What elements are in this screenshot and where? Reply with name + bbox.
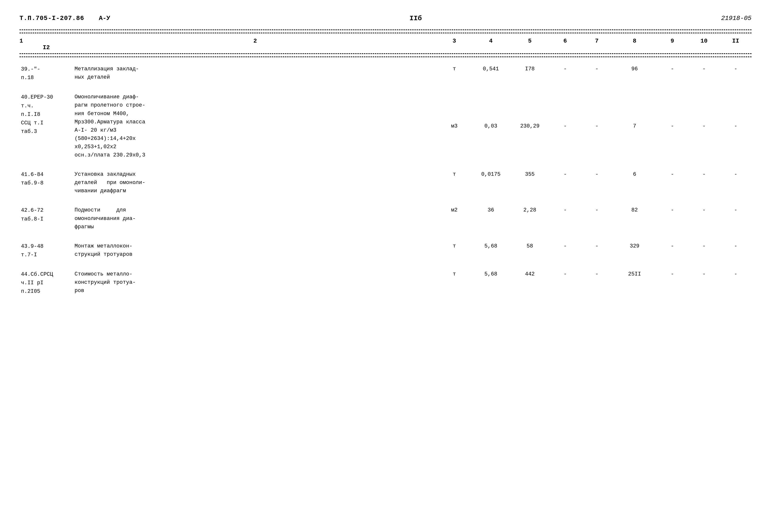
col7-44: - — [549, 270, 581, 278]
ref-40: 40.ЕРЕР-30 т.ч. п.I.I8 ССЦ т.I таб.3 — [19, 93, 73, 136]
col10-43: - — [657, 242, 688, 250]
col12-41: - — [720, 170, 752, 178]
col6-43: 58 — [510, 242, 549, 250]
unit-41: т — [437, 170, 471, 178]
col11-41: - — [688, 170, 720, 178]
col6-39: I78 — [510, 65, 549, 73]
col5-43: 5,68 — [471, 242, 510, 250]
desc-43: Монтаж металлокон-струкций тротуаров — [73, 242, 437, 259]
col11-43: - — [688, 242, 720, 250]
unit-44: т — [437, 270, 471, 278]
col9-39: 96 — [613, 65, 657, 73]
col5-42: 36 — [471, 206, 510, 214]
ref-42: 42.6-72 таб.8-I — [19, 206, 73, 223]
table-body: 39.-"- п.18 Металлизация заклад-ных дета… — [19, 60, 752, 302]
col5-41: 0,0175 — [471, 170, 510, 178]
table-row: 40.ЕРЕР-30 т.ч. п.I.I8 ССЦ т.I таб.3 Омо… — [19, 88, 752, 165]
col5-39: 0,541 — [471, 65, 510, 73]
desc-39: Металлизация заклад-ных деталей — [73, 65, 437, 82]
col11-40: - — [688, 93, 720, 130]
col10-39: - — [657, 65, 688, 73]
col11-42: - — [688, 206, 720, 214]
ref-44: 44.Сб.СРСЦ ч.II рI п.2I05 — [19, 270, 73, 296]
col9-43: 329 — [613, 242, 657, 250]
col12-39: - — [720, 65, 752, 73]
unit-40: м3 — [437, 93, 471, 130]
header-center: IIб — [409, 15, 422, 22]
document-subtitle: А-У — [99, 15, 110, 22]
col8-39: - — [581, 65, 613, 73]
col-header-1: 1 — [19, 38, 73, 44]
col9-40: 7 — [613, 93, 657, 130]
header-left: Т.П.705-I-207.86 А-У — [19, 15, 110, 22]
ref-39: 39.-"- п.18 — [19, 65, 73, 82]
col-header-10: 10 — [688, 38, 720, 44]
ref-41: 41.6-84 таб.9-8 — [19, 170, 73, 187]
col8-40: - — [581, 93, 613, 130]
col7-43: - — [549, 242, 581, 250]
col5-40: 0,03 — [471, 93, 510, 130]
desc-44: Стоимость металло-конструкций тротуа-ров — [73, 270, 437, 295]
col10-40: - — [657, 93, 688, 130]
table-row: 44.Сб.СРСЦ ч.II рI п.2I05 Стоимость мета… — [19, 265, 752, 302]
header-bottom-divider — [19, 56, 752, 57]
column-headers: 1 2 3 4 5 6 7 8 9 10 II I2 — [19, 33, 752, 54]
col8-44: - — [581, 270, 613, 278]
col8-42: - — [581, 206, 613, 214]
col6-44: 442 — [510, 270, 549, 278]
unit-43: т — [437, 242, 471, 250]
col7-39: - — [549, 65, 581, 73]
col6-42: 2,28 — [510, 206, 549, 214]
col10-44: - — [657, 270, 688, 278]
col8-41: - — [581, 170, 613, 178]
col11-44: - — [688, 270, 720, 278]
col8-43: - — [581, 242, 613, 250]
col5-44: 5,68 — [471, 270, 510, 278]
col12-44: - — [720, 270, 752, 278]
col7-42: - — [549, 206, 581, 214]
unit-42: м2 — [437, 206, 471, 214]
col-header-2: 2 — [73, 38, 437, 44]
col9-41: 6 — [613, 170, 657, 178]
table-row: 43.9-48 т.7-I Монтаж металлокон-струкций… — [19, 237, 752, 265]
col11-39: - — [688, 65, 720, 73]
header-right: 21918-05 — [721, 15, 752, 22]
col-header-8: 8 — [613, 38, 657, 44]
col10-42: - — [657, 206, 688, 214]
col6-41: 355 — [510, 170, 549, 178]
col7-41: - — [549, 170, 581, 178]
page-header: Т.П.705-I-207.86 А-У IIб 21918-05 — [19, 15, 752, 22]
col12-42: - — [720, 206, 752, 214]
table-row: 39.-"- п.18 Металлизация заклад-ных дета… — [19, 60, 752, 88]
col9-44: 25II — [613, 270, 657, 278]
desc-42: Подмости дляомоноличивания диа-фрагмы — [73, 206, 437, 231]
col-header-4: 4 — [471, 38, 510, 44]
table-row: 41.6-84 таб.9-8 Установка закладныхдетал… — [19, 165, 752, 201]
top-divider — [19, 29, 752, 30]
col-header-6: 6 — [549, 38, 581, 44]
table-row: 42.6-72 таб.8-I Подмости дляомоноличиван… — [19, 201, 752, 237]
desc-41: Установка закладныхдеталей при омоноли-ч… — [73, 170, 437, 195]
col12-43: - — [720, 242, 752, 250]
col12-40: - — [720, 93, 752, 130]
col-header-11: II — [720, 38, 752, 44]
unit-39: т — [437, 65, 471, 73]
col-header-7: 7 — [581, 38, 613, 44]
ref-43: 43.9-48 т.7-I — [19, 242, 73, 259]
col-header-5: 5 — [510, 38, 549, 44]
col-header-9: 9 — [657, 38, 688, 44]
col10-41: - — [657, 170, 688, 178]
col7-40: - — [549, 93, 581, 130]
desc-40: Омоноличивание диаф-рагм пролетного стро… — [73, 93, 437, 159]
col-header-12: I2 — [19, 44, 73, 51]
col9-42: 82 — [613, 206, 657, 214]
col-header-3: 3 — [437, 38, 471, 44]
col6-40: 230,29 — [510, 93, 549, 130]
document-code: Т.П.705-I-207.86 — [19, 15, 84, 22]
